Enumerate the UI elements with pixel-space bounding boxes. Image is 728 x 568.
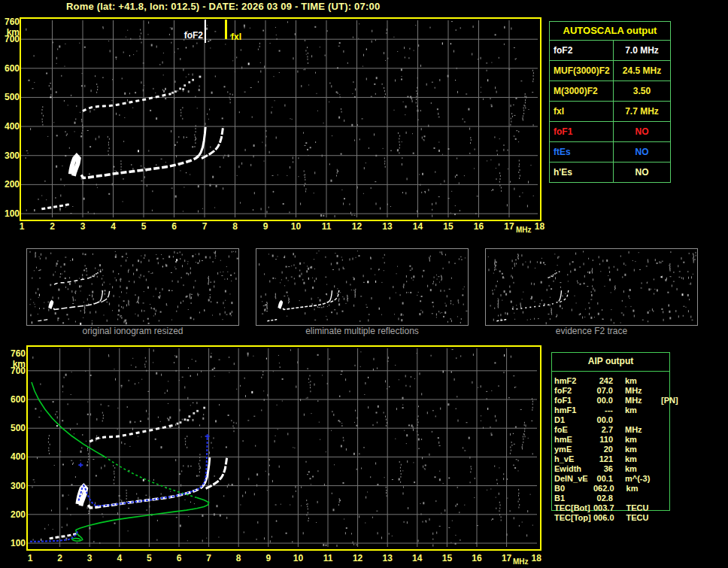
- aip-label: hmE: [554, 435, 593, 444]
- aip-value: 07.0: [593, 386, 613, 395]
- autoscala-row-value: NO: [614, 142, 670, 162]
- aip-row: hmE110km: [554, 435, 726, 444]
- aip-value: 02.8: [593, 494, 613, 503]
- autoscala-row-label: MUF(3000)F2: [550, 61, 614, 80]
- aip-unit: TECU: [626, 513, 661, 522]
- aip-table-separator: [551, 371, 669, 372]
- autoscala-row-value: NO: [614, 122, 670, 141]
- aip-value: 121: [593, 454, 613, 463]
- x-axis-tick-top: 8: [226, 221, 244, 232]
- aip-unit: km: [625, 464, 660, 473]
- aip-unit: [625, 415, 660, 424]
- x-axis-tick-top: 2: [44, 221, 62, 232]
- aip-label: ymE: [554, 445, 593, 454]
- aip-value: 242: [593, 376, 613, 385]
- autoscala-row-label: M(3000)F2: [550, 81, 614, 101]
- y-axis-tick-bottom: 200: [8, 509, 26, 520]
- aip-unit: m^(-3): [625, 474, 660, 483]
- aip-row: hmF1---km: [554, 405, 726, 415]
- aip-value: 006.0: [593, 513, 614, 522]
- aip-label: hmF1: [554, 405, 593, 415]
- x-axis-tick-top: 12: [348, 221, 366, 232]
- aip-value: 110: [593, 435, 613, 444]
- x-axis-tick-top: 4: [105, 221, 123, 232]
- autoscala-row-value: 7.7 MHz: [614, 102, 670, 121]
- autoscala-table: AUTOSCALA output foF27.0 MHzMUF(3000)F22…: [549, 21, 671, 183]
- aip-unit: MHz: [625, 425, 660, 434]
- x-axis-tick-bottom: 3: [80, 553, 99, 563]
- aip-label: h_vE: [554, 454, 593, 463]
- aip-value: 062.0: [593, 484, 614, 493]
- autoscala-row: M(3000)F23.50: [550, 80, 670, 101]
- aip-label: foF1: [554, 396, 593, 405]
- aip-label: foE: [554, 425, 593, 434]
- autoscala-row-label: foF1: [550, 122, 614, 141]
- aip-unit: MHz: [625, 386, 660, 395]
- fof2-marker-line: [205, 20, 206, 43]
- autoscala-window: Rome (lat: +41.8, lon: 012.5) - DATE: 20…: [0, 0, 728, 568]
- x-axis-tick-top: 11: [317, 221, 335, 232]
- y-axis-tick-bottom: 400: [8, 451, 26, 462]
- thumbnail-caption: evidence F2 trace: [485, 326, 698, 336]
- aip-value: 003.7: [593, 503, 614, 512]
- thumbnail-original-ionogram: [26, 248, 239, 326]
- aip-value: 00.1: [593, 474, 613, 483]
- aip-row: B0062.0km: [554, 484, 726, 493]
- x-axis-tick-top: 10: [287, 221, 305, 232]
- autoscala-table-header: AUTOSCALA output: [550, 22, 670, 40]
- autoscala-row: foF27.0 MHz: [550, 40, 670, 60]
- autoscala-row-value: NO: [614, 163, 670, 182]
- thumbnail-eliminate-reflections: [256, 248, 469, 326]
- x-axis-tick-top: 3: [74, 221, 92, 232]
- thumbnail-caption: eliminate multiple reflections: [256, 326, 469, 336]
- aip-label: B0: [554, 484, 593, 493]
- x-axis-tick-bottom: 1: [21, 553, 39, 563]
- aip-value: 00.0: [593, 396, 613, 405]
- fof2-marker-label: foF2: [179, 30, 203, 41]
- y-axis-tick-top: 760: [2, 17, 20, 27]
- y-axis-tick-top: 500: [2, 92, 20, 102]
- aip-unit: km: [625, 435, 660, 444]
- aip-unit: km: [625, 445, 660, 454]
- x-axis-tick-top: 6: [165, 221, 184, 232]
- x-axis-tick-top: 16: [470, 221, 488, 232]
- aip-row: foE2.7MHz: [554, 425, 726, 434]
- x-axis-tick-bottom: 12: [349, 553, 367, 563]
- autoscala-row-label: h'Es: [550, 163, 614, 182]
- aip-extra: [PN]: [661, 396, 678, 405]
- aip-row: h_vE121km: [554, 454, 726, 463]
- x-axis-tick-bottom: 2: [51, 553, 69, 563]
- aip-label: B1: [554, 494, 593, 503]
- aip-unit: km: [625, 376, 660, 385]
- fxi-marker-label: fxI: [231, 32, 241, 42]
- aip-value: ---: [593, 405, 613, 415]
- y-axis-tick-top: 100: [2, 208, 20, 219]
- autoscala-row-value: 3.50: [614, 81, 670, 101]
- y-axis-tick-bottom: 600: [8, 394, 26, 405]
- aip-row: DelN_vE00.1m^(-3): [554, 474, 726, 483]
- x-axis-tick-bottom: 4: [111, 553, 129, 563]
- aip-row: ymE20km: [554, 445, 726, 454]
- autoscala-row-label: foF2: [550, 41, 614, 60]
- x-axis-tick-bottom: 10: [289, 553, 307, 563]
- x-axis-tick-top: 7: [196, 221, 214, 232]
- x-axis-tick-bottom: 11: [319, 553, 337, 563]
- x-axis-tick-top: 13: [378, 221, 396, 232]
- autoscala-row: MUF(3000)F224.5 MHz: [550, 60, 670, 80]
- fxi-marker-line: [225, 20, 227, 39]
- y-axis-tick-bottom: 500: [8, 423, 26, 433]
- aip-label: TEC[Top]: [554, 513, 593, 522]
- aip-label: DelN_vE: [554, 474, 593, 483]
- aip-label: D1: [554, 415, 593, 424]
- autoscala-row-label: ftEs: [550, 142, 614, 162]
- aip-value: 36: [593, 464, 613, 473]
- autoscala-row-value: 7.0 MHz: [614, 41, 670, 60]
- aip-unit: [625, 494, 660, 503]
- y-axis-tick-top: 300: [2, 150, 20, 161]
- x-axis-tick-top: 1: [13, 221, 31, 232]
- autoscala-row: fxI7.7 MHz: [550, 101, 670, 121]
- x-axis-tick-top: 15: [439, 221, 457, 232]
- x-axis-unit-top: MHz: [516, 226, 532, 234]
- autoscala-row: h'EsNO: [550, 162, 670, 182]
- y-axis-unit-bottom: km: [8, 359, 26, 369]
